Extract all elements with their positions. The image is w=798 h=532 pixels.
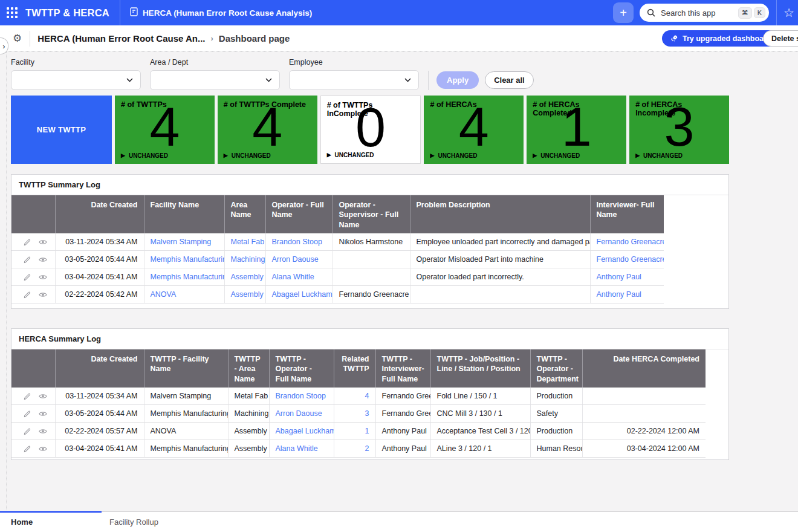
kpi-trend: ▶ UNCHANGED xyxy=(430,152,477,159)
area-dept-filter-select[interactable] xyxy=(150,70,280,90)
divider xyxy=(30,31,30,47)
cell-area: Assembly xyxy=(228,423,269,440)
app-tab-label: HERCA (Human Error Root Cause Analysis) xyxy=(143,8,312,18)
facility-filter: Facility xyxy=(11,58,141,90)
edit-icon[interactable] xyxy=(24,273,31,281)
edit-icon[interactable] xyxy=(24,238,31,246)
kpi-card-hercas-completed[interactable]: # of HERCAs Completed 1 ▶ UNCHANGED xyxy=(527,96,626,164)
view-icon[interactable] xyxy=(39,274,47,281)
cell-date-completed xyxy=(582,405,706,423)
view-icon[interactable] xyxy=(39,446,47,452)
facility-link[interactable]: Memphis Manufacturing xyxy=(151,273,225,281)
cell-job-position: ALine 3 / 120 / 1 xyxy=(430,440,530,458)
view-icon[interactable] xyxy=(39,428,47,435)
search-icon xyxy=(647,8,655,17)
employee-filter: Employee xyxy=(289,58,419,90)
area-link[interactable]: Metal Fab xyxy=(231,238,265,246)
table-row: 03-04-2024 05:41 AM Memphis Manufacturin… xyxy=(11,268,664,286)
interviewer-link[interactable]: Fernando Greenacre xyxy=(597,255,664,264)
operator-link[interactable]: Abagael Luckham xyxy=(276,427,334,435)
edit-icon[interactable] xyxy=(24,256,31,264)
edit-icon[interactable] xyxy=(24,427,31,435)
operator-link[interactable]: Arron Daouse xyxy=(272,255,319,264)
tab-home[interactable]: Home xyxy=(11,512,33,532)
cell-date-completed: 03-04-2024 12:00 AM xyxy=(582,440,706,458)
kpi-row: NEW TWTTP # of TWTTPs 4 ▶ UNCHANGED # of… xyxy=(11,96,729,164)
column-header: Interviewer- Full Name xyxy=(590,195,664,233)
interviewer-link[interactable]: Fernando Greenacre xyxy=(597,238,664,246)
facility-filter-select[interactable] xyxy=(11,70,141,90)
operator-link[interactable]: Alana Whitle xyxy=(272,273,314,281)
operator-link[interactable]: Abagael Luckham xyxy=(272,290,332,299)
search-input[interactable] xyxy=(660,8,736,18)
twttp-summary-section: TWTTP Summary Log Date Created Facility … xyxy=(11,174,729,309)
operator-link[interactable]: Brandon Stoop xyxy=(276,392,326,400)
kpi-trend: ▶ UNCHANGED xyxy=(635,152,683,159)
herca-summary-title: HERCA Summary Log xyxy=(11,329,728,349)
kpi-card-hercas-incomplete[interactable]: # of HERCAs Incomplete 3 ▶ UNCHANGED xyxy=(629,96,729,164)
cell-job-position: Fold Line / 150 / 1 xyxy=(430,388,530,405)
operator-link[interactable]: Alana Whitle xyxy=(276,444,318,453)
related-twttp-link[interactable]: 2 xyxy=(365,444,369,453)
column-header: Operator - Supervisor - Full Name xyxy=(332,195,410,233)
kpi-card-twttps-complete[interactable]: # of TWTTPs Complete 4 ▶ UNCHANGED xyxy=(218,96,317,164)
view-icon[interactable] xyxy=(39,410,47,417)
related-twttp-link[interactable]: 3 xyxy=(365,409,369,418)
cell-supervisor: Nikolos Harmstone xyxy=(332,233,410,251)
breadcrumb-app[interactable]: HERCA (Human Error Root Cause An... xyxy=(37,33,205,44)
operator-link[interactable]: Arron Daouse xyxy=(276,409,322,418)
related-twttp-link[interactable]: 1 xyxy=(365,427,369,435)
interviewer-link[interactable]: Anthony Paul xyxy=(597,273,641,281)
kpi-card-hercas[interactable]: # of HERCAs 4 ▶ UNCHANGED xyxy=(424,96,524,164)
apply-filters-button[interactable]: Apply xyxy=(436,71,479,89)
view-icon[interactable] xyxy=(39,393,47,400)
delete-button[interactable]: Delete sa xyxy=(763,30,798,47)
facility-link[interactable]: Memphis Manufacturing xyxy=(151,255,225,264)
filter-actions: Apply Clear all xyxy=(428,70,534,90)
kpi-card-twttps-incomplete[interactable]: # of TWTTPs InComplete 0 ▶ UNCHANGED xyxy=(320,96,421,164)
twttp-summary-title: TWTTP Summary Log xyxy=(11,175,728,195)
trend-triangle-icon: ▶ xyxy=(533,153,537,158)
trend-triangle-icon: ▶ xyxy=(224,153,228,158)
facility-link[interactable]: Malvern Stamping xyxy=(151,238,212,246)
area-link[interactable]: Machining xyxy=(231,255,265,264)
new-twttp-button[interactable]: NEW TWTTP xyxy=(11,96,112,164)
cell-date-created: 03-04-2024 05:41 AM xyxy=(55,268,144,286)
edit-icon[interactable] xyxy=(24,291,31,299)
kbd-command-key: ⌘ xyxy=(738,7,752,19)
column-header: Related TWTTP xyxy=(334,349,375,388)
cell-area: Assembly xyxy=(228,440,269,458)
facility-link[interactable]: ANOVA xyxy=(151,290,177,299)
kpi-card-twttps[interactable]: # of TWTTPs 4 ▶ UNCHANGED xyxy=(115,96,215,164)
clear-filters-button[interactable]: Clear all xyxy=(485,71,534,89)
tab-facility-rollup[interactable]: Facility Rollup xyxy=(109,512,158,532)
edit-icon[interactable] xyxy=(24,445,31,453)
interviewer-link[interactable]: Anthony Paul xyxy=(597,290,641,299)
settings-gear-icon[interactable]: ⚙ xyxy=(13,33,22,44)
area-dept-filter-label: Area / Dept xyxy=(150,58,280,66)
favorite-star-icon[interactable]: ☆ xyxy=(783,7,794,19)
app-tab-herca[interactable]: HERCA (Human Error Root Cause Analysis) xyxy=(120,0,322,25)
trend-triangle-icon: ▶ xyxy=(430,153,434,158)
column-header: TWTTP - Operator - Full Name xyxy=(269,349,334,388)
related-twttp-link[interactable]: 4 xyxy=(365,392,369,400)
employee-filter-select[interactable] xyxy=(289,70,419,90)
edit-icon[interactable] xyxy=(24,410,31,418)
kpi-title: # of HERCAs Incomplete xyxy=(635,100,723,117)
search-box[interactable]: ⌘ K xyxy=(640,4,769,22)
kbd-k-key: K xyxy=(754,7,765,18)
app-grid-icon[interactable] xyxy=(7,7,18,18)
trend-label: UNCHANGED xyxy=(232,152,271,159)
add-button[interactable]: + xyxy=(613,2,634,23)
view-icon[interactable] xyxy=(39,239,47,245)
trend-label: UNCHANGED xyxy=(129,152,168,159)
cell-date-created: 03-11-2024 05:34 AM xyxy=(55,388,144,405)
area-link[interactable]: Assembly xyxy=(231,273,264,281)
operator-link[interactable]: Brandon Stoop xyxy=(272,238,322,246)
column-header: TWTTP - Facility Name xyxy=(144,349,228,388)
area-link[interactable]: Assembly xyxy=(231,290,264,299)
view-icon[interactable] xyxy=(39,291,47,298)
edit-icon[interactable] xyxy=(24,392,31,400)
table-row: 02-22-2024 05:42 AM ANOVA Assembly Abaga… xyxy=(11,286,664,303)
view-icon[interactable] xyxy=(39,256,47,263)
